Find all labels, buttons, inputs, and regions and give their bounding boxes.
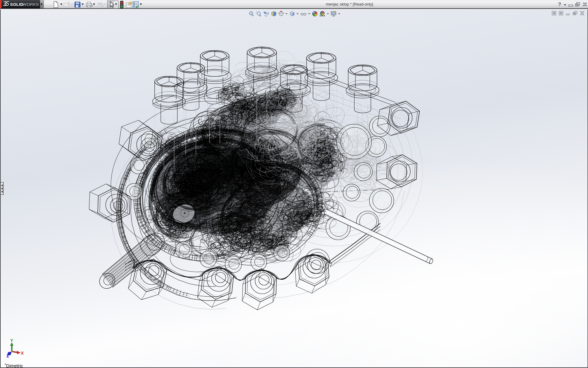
triad-z-axis: Z	[7, 352, 11, 358]
apply-scene-button[interactable]	[319, 11, 329, 17]
new-dropdown-caret[interactable]	[60, 3, 62, 5]
note-pencil-icon	[126, 1, 133, 8]
graphics-viewport[interactable]: Y X Z *Dimetric	[0, 10, 588, 368]
window-title-text: menjac sklop * [Read-only]	[326, 2, 373, 6]
triad-x-axis: X	[12, 351, 24, 355]
restore-button[interactable]	[575, 2, 580, 6]
view-orientation-button[interactable]	[278, 11, 288, 17]
solidworks-logo-icon: SOLID WORKS	[2, 0, 40, 8]
open-dropdown-caret[interactable]	[71, 3, 73, 5]
design-checker-button[interactable]	[132, 1, 139, 8]
cap-bolt	[346, 65, 379, 113]
color-ball-icon	[312, 11, 318, 17]
display-style-button[interactable]	[289, 11, 299, 17]
section-view-icon	[271, 11, 277, 17]
interference-button[interactable]	[119, 1, 124, 8]
edit-appearance-button[interactable]	[312, 11, 318, 17]
restore-icon	[573, 11, 577, 15]
magnifier-fit-icon	[249, 11, 254, 17]
view-settings-button[interactable]	[330, 11, 341, 17]
zoom-to-area-button[interactable]	[256, 11, 262, 17]
close-icon	[583, 3, 587, 6]
solidworks-window: SOLID WORKS	[0, 0, 588, 368]
collapse-arrows-icon	[1, 184, 3, 193]
doc-close-button[interactable]	[580, 11, 584, 15]
window-title: menjac sklop * [Read-only]	[326, 0, 373, 8]
doc-restore-button[interactable]	[573, 11, 577, 15]
apply-scene-dropdown-caret[interactable]	[326, 13, 329, 15]
caret-down-icon	[564, 4, 566, 6]
brand-bold-text: SOLID	[10, 2, 23, 7]
question-icon: ?	[558, 2, 561, 7]
comment-button[interactable]	[126, 1, 133, 8]
save-floppy-icon	[74, 1, 81, 8]
solidworks-logo: SOLID WORKS	[2, 0, 40, 8]
triad-x-label: X	[21, 351, 24, 355]
undo-arrow-icon	[96, 1, 104, 8]
hide-show-items-dropdown-caret[interactable]	[308, 13, 311, 15]
open-button[interactable]	[63, 1, 71, 8]
hide-show-items-button[interactable]	[300, 11, 311, 17]
view-settings-dropdown-caret[interactable]	[338, 13, 341, 15]
previous-view-button[interactable]	[263, 11, 270, 17]
view-name-text: Dimetric	[6, 363, 23, 368]
new-button[interactable]	[53, 1, 59, 8]
reference-triad: Y X Z	[1, 337, 28, 359]
save-dropdown-caret[interactable]	[81, 3, 84, 5]
help-menu-button[interactable]	[564, 4, 566, 6]
title-bar: SOLID WORKS	[0, 0, 588, 9]
scene-ball-icon	[319, 11, 326, 17]
document-window-controls	[549, 11, 584, 15]
save-button[interactable]	[74, 1, 81, 8]
triad-y-label: Y	[10, 339, 13, 343]
view-cube-icon	[278, 11, 284, 17]
close-button[interactable]	[583, 3, 587, 6]
select-dropdown-caret[interactable]	[115, 3, 117, 5]
undo-button[interactable]	[96, 1, 104, 8]
cap-bolt	[174, 63, 207, 110]
minimize-button[interactable]	[569, 5, 573, 6]
feature-panel-collapsed-tab[interactable]	[1, 182, 4, 195]
view-orientation-label: *Dimetric	[5, 362, 23, 368]
brand-light-text: WORKS	[23, 2, 39, 7]
view-orientation-dropdown-caret[interactable]	[285, 13, 288, 15]
undo-dropdown-caret[interactable]	[104, 3, 106, 5]
wireframe-model	[1, 10, 587, 367]
headsup-view-toolbar	[248, 10, 341, 17]
section-view-button[interactable]	[271, 11, 277, 17]
display-style-icon	[289, 11, 295, 17]
monitor-icon	[330, 11, 337, 17]
collapse-left-pane-button[interactable]	[552, 11, 556, 15]
collapse-right-pane-button[interactable]	[559, 11, 563, 15]
checklist-icon	[132, 1, 139, 8]
flyout-arrow-icon	[41, 3, 43, 6]
toolbar-flyout-button[interactable]	[40, 0, 44, 8]
minimize-icon	[566, 14, 569, 15]
display-style-dropdown-caret[interactable]	[296, 13, 299, 15]
titlebar-controls: ?	[554, 0, 588, 8]
previous-view-icon	[263, 11, 270, 17]
print-dropdown-caret[interactable]	[93, 3, 95, 5]
print-button[interactable]	[85, 1, 93, 8]
eyeglasses-icon	[300, 11, 307, 17]
triad-y-axis: Y	[10, 339, 13, 352]
close-icon	[580, 12, 584, 15]
doc-minimize-button[interactable]	[566, 11, 570, 15]
printer-icon	[85, 1, 93, 8]
cap-bolt	[153, 76, 186, 124]
new-document-icon	[53, 1, 59, 8]
zoom-to-fit-button[interactable]	[249, 11, 254, 17]
help-button[interactable]: ?	[558, 2, 561, 7]
triad-z-label: Z	[7, 354, 9, 358]
magnifier-area-icon	[256, 11, 262, 17]
design-checker-dropdown-caret[interactable]	[140, 3, 142, 5]
pane-left-icon	[553, 12, 555, 14]
open-folder-icon	[63, 1, 71, 8]
restore-icon	[575, 2, 580, 6]
traffic-light-icon	[119, 1, 124, 9]
minimize-icon	[569, 5, 573, 6]
pane-right-icon	[560, 12, 562, 14]
